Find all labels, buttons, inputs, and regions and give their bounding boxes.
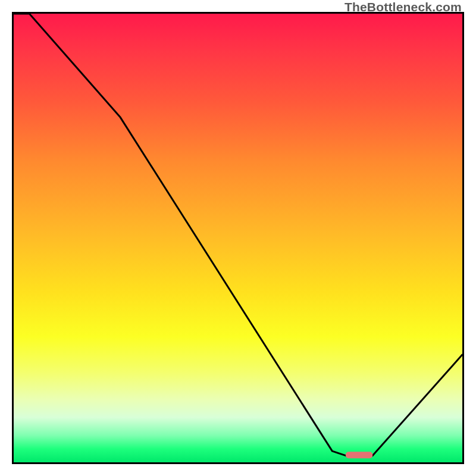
plot-area	[12, 12, 464, 464]
chart-line	[14, 14, 462, 456]
chart-svg	[14, 14, 462, 462]
highlight-marker	[346, 452, 372, 458]
chart-container: TheBottleneck.com	[0, 0, 476, 476]
